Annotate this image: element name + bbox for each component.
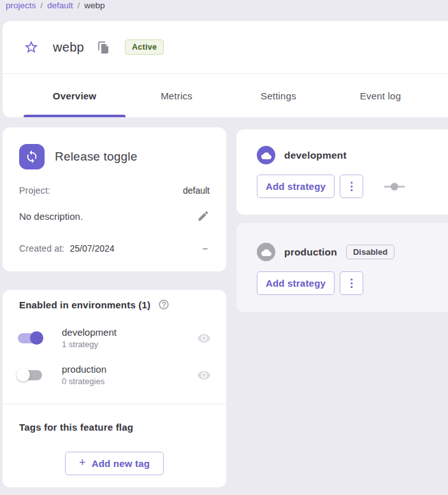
- empty-value-dash: –: [203, 243, 210, 254]
- flag-type-row: Release toggle: [19, 144, 210, 169]
- tab-overview[interactable]: Overview: [24, 74, 126, 117]
- breadcrumb-projects[interactable]: projects: [6, 1, 36, 10]
- add-new-tag-button[interactable]: + Add new tag: [65, 452, 164, 475]
- page-title: webp: [53, 40, 84, 55]
- environment-panel-name: development: [284, 150, 347, 161]
- breadcrumb-separator: /: [40, 1, 43, 10]
- commit-icon: [384, 182, 405, 191]
- divider: [3, 404, 226, 405]
- environment-strategy-count: 0 strategies: [62, 377, 197, 386]
- environments-title: Enabled in environments (1): [19, 299, 150, 310]
- feature-header-card: webp Active Overview Metrics Settings Ev…: [3, 21, 448, 117]
- environment-panel-development: development Add strategy ⋮: [236, 129, 448, 215]
- project-row: Project: default: [19, 185, 210, 196]
- panel-actions: Add strategy ⋮: [257, 175, 405, 198]
- plus-icon: +: [79, 456, 86, 470]
- breadcrumb-current: webp: [84, 1, 105, 10]
- kebab-menu-icon[interactable]: ⋮: [340, 175, 363, 198]
- tags-title: Tags for this feature flag: [19, 422, 133, 433]
- description-row: No description.: [19, 210, 210, 222]
- toggle-knob: [17, 368, 30, 382]
- cloud-icon: [257, 146, 275, 164]
- environment-strategy-count: 1 strategy: [62, 340, 197, 349]
- panel-actions: Add strategy ⋮: [257, 271, 363, 295]
- flag-type-label: Release toggle: [55, 150, 138, 164]
- kebab-menu-icon[interactable]: ⋮: [340, 271, 363, 295]
- environment-panel-name: production: [284, 247, 337, 258]
- project-label: Project:: [19, 185, 50, 196]
- status-badge: Active: [125, 39, 164, 55]
- created-value: 25/07/2024: [69, 243, 114, 254]
- add-strategy-button[interactable]: Add strategy: [257, 175, 335, 198]
- breadcrumb: projects / default / webp: [6, 1, 105, 10]
- environment-name: production: [62, 364, 197, 375]
- tab-settings[interactable]: Settings: [228, 74, 329, 117]
- created-row: Created at: 25/07/2024 –: [19, 243, 210, 254]
- star-icon[interactable]: [24, 39, 39, 55]
- environment-name: development: [62, 327, 197, 338]
- tab-metrics[interactable]: Metrics: [126, 74, 228, 117]
- toggle-knob: [30, 331, 43, 345]
- breadcrumb-separator: /: [78, 1, 80, 10]
- tab-event-log[interactable]: Event log: [329, 74, 431, 117]
- add-new-tag-label: Add new tag: [92, 458, 150, 469]
- tab-bar: Overview Metrics Settings Event log: [3, 74, 448, 117]
- eye-icon[interactable]: [197, 331, 211, 345]
- edit-icon[interactable]: [197, 210, 210, 222]
- feature-title-row: webp Active: [3, 21, 448, 73]
- sync-icon: [19, 144, 45, 169]
- environment-row-production: production 0 strategies: [17, 364, 211, 386]
- environment-labels: development 1 strategy: [62, 327, 197, 349]
- environment-labels: production 0 strategies: [62, 364, 197, 386]
- panel-header: development: [257, 146, 347, 164]
- eye-icon[interactable]: [197, 368, 211, 382]
- disabled-badge: Disabled: [346, 245, 394, 259]
- project-value: default: [183, 185, 210, 196]
- environment-row-development: development 1 strategy: [17, 327, 211, 349]
- environments-title-row: Enabled in environments (1): [19, 299, 170, 310]
- copy-icon[interactable]: [98, 41, 109, 54]
- description-text: No description.: [19, 211, 83, 222]
- cloud-icon: [257, 243, 275, 261]
- development-toggle[interactable]: [17, 331, 43, 345]
- environment-panel-production: production Disabled Add strategy ⋮: [236, 223, 448, 312]
- production-toggle[interactable]: [17, 368, 43, 382]
- environments-card: Enabled in environments (1) development …: [3, 290, 226, 487]
- created-label: Created at:: [19, 243, 64, 254]
- breadcrumb-default[interactable]: default: [47, 1, 73, 10]
- help-icon[interactable]: [158, 299, 170, 310]
- flag-details-card: Release toggle Project: default No descr…: [3, 127, 226, 271]
- created-group: Created at: 25/07/2024: [19, 243, 115, 254]
- add-strategy-button[interactable]: Add strategy: [257, 271, 335, 295]
- panel-header: production Disabled: [257, 243, 394, 261]
